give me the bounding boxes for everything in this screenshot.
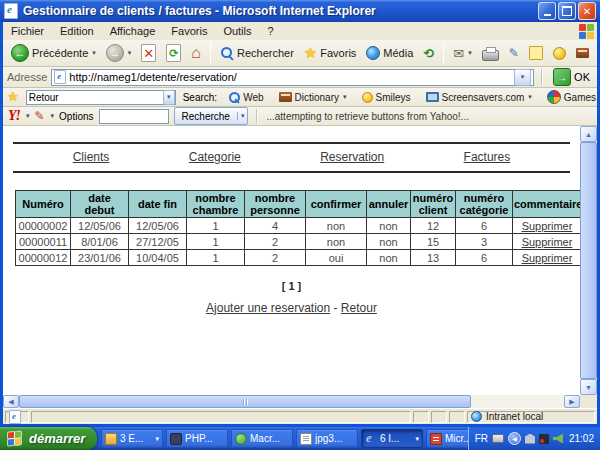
maximize-button[interactable] bbox=[558, 2, 576, 20]
menu-item[interactable]: ? bbox=[260, 23, 282, 39]
taskbar-button-icon bbox=[170, 433, 182, 445]
address-dropdown-button[interactable]: ▾ bbox=[514, 69, 531, 86]
add-reservation-link[interactable]: Ajouter une reservation bbox=[206, 301, 330, 315]
msn-messenger-button[interactable] bbox=[595, 46, 600, 61]
yahoo-toolbar: Y! ▾ ✎ ▾ Options Recherche ▾ ...attempti… bbox=[3, 107, 597, 126]
cell: 1 bbox=[187, 218, 245, 234]
taskbar-button[interactable]: Macr... ▾ bbox=[231, 429, 293, 448]
taskbar-button[interactable]: 6 I... ▾ bbox=[361, 429, 423, 448]
delete-link[interactable]: Supprimer bbox=[522, 236, 573, 248]
status-pane bbox=[449, 411, 465, 423]
media-button[interactable]: Média bbox=[362, 45, 417, 61]
back-dropdown-icon[interactable]: ▾ bbox=[92, 49, 96, 57]
network-tray-icon[interactable] bbox=[525, 434, 535, 444]
yahoo-options-label[interactable]: Options bbox=[59, 111, 93, 122]
taskbar-button[interactable]: jpg3... ▾ bbox=[296, 429, 358, 448]
horizontal-scroll-thumb[interactable] bbox=[19, 395, 471, 408]
research-button[interactable] bbox=[572, 47, 593, 59]
dictionary-dropdown-icon[interactable]: ▾ bbox=[343, 93, 347, 101]
scrollbar-corner bbox=[580, 395, 597, 408]
scroll-left-button[interactable]: ◀ bbox=[3, 395, 19, 408]
nav-link[interactable]: Reservation bbox=[320, 150, 384, 164]
stop-button[interactable]: ✕ bbox=[137, 43, 160, 63]
start-windows-logo-icon bbox=[8, 432, 21, 446]
go-arrow-icon: → bbox=[553, 68, 571, 86]
games-button[interactable]: Games bbox=[543, 89, 600, 105]
cell: 27/12/05 bbox=[129, 234, 187, 250]
back-link[interactable]: Retour bbox=[341, 301, 377, 315]
print-button[interactable] bbox=[478, 45, 503, 62]
menu-item[interactable]: Fichier bbox=[3, 23, 52, 39]
taskbar-button[interactable]: 3 E... ▾ bbox=[101, 429, 163, 448]
edit-button[interactable]: ✎ bbox=[505, 45, 523, 61]
vertical-scrollbar[interactable]: ▲ ▼ bbox=[580, 126, 597, 395]
horizontal-scrollbar[interactable]: ◀ ▶ bbox=[3, 395, 580, 408]
yahoo-search-button[interactable]: Recherche ▾ bbox=[174, 107, 249, 125]
screensavers-button[interactable]: Screensavers.com ▾ bbox=[422, 91, 536, 104]
hide-tray-icons-button[interactable]: ◀ bbox=[508, 432, 521, 445]
smileys-button[interactable]: Smileys bbox=[358, 91, 415, 104]
discuss-button[interactable] bbox=[525, 45, 547, 61]
yahoo-logo[interactable]: Y! bbox=[8, 108, 20, 124]
browser-window: Gestionnaire de clients / factures - Mic… bbox=[0, 0, 600, 427]
mail-button[interactable]: ✉ ▾ bbox=[449, 45, 475, 62]
nav-link[interactable]: Factures bbox=[464, 150, 511, 164]
screensavers-dropdown-icon[interactable]: ▾ bbox=[528, 93, 532, 101]
refresh-button[interactable]: ⟳ bbox=[162, 43, 185, 63]
taskbar-button-icon bbox=[430, 433, 442, 445]
vertical-scroll-thumb[interactable] bbox=[580, 142, 597, 379]
back-button[interactable]: ← Précédente ▾ bbox=[7, 43, 100, 63]
cell: non bbox=[306, 234, 367, 250]
history-button[interactable]: ⟲ bbox=[419, 45, 438, 62]
yahoo-pencil-dropdown-icon[interactable]: ▾ bbox=[51, 112, 55, 120]
browser-viewport: ClientsCategorieReservationFactures Numé… bbox=[3, 126, 597, 408]
web-search-button[interactable]: Web bbox=[224, 90, 267, 104]
messenger-button[interactable] bbox=[549, 46, 570, 61]
close-button[interactable]: ✕ bbox=[578, 2, 596, 20]
delete-link[interactable]: Supprimer bbox=[522, 252, 573, 264]
games-icon bbox=[547, 90, 561, 104]
search-toolbar: ★ ▾ Search: Web Dictionary ▾ Smileys S bbox=[3, 88, 597, 107]
forward-dropdown-icon[interactable]: ▾ bbox=[128, 49, 132, 57]
yahoo-search-input[interactable] bbox=[100, 110, 168, 123]
menu-item[interactable]: Edition bbox=[52, 23, 102, 39]
group-dropdown-icon[interactable]: ▾ bbox=[415, 435, 419, 443]
search-combo-input[interactable] bbox=[27, 92, 163, 103]
minimize-button[interactable] bbox=[538, 2, 556, 20]
delete-link[interactable]: Supprimer bbox=[522, 220, 573, 232]
taskbar-button[interactable]: PHP... ▾ bbox=[166, 429, 228, 448]
mail-dropdown-icon[interactable]: ▾ bbox=[468, 49, 472, 57]
cell: 00000012 bbox=[16, 250, 71, 266]
bottom-links: Ajouter une reservation - Retour bbox=[3, 301, 580, 315]
keyboard-icon[interactable] bbox=[492, 434, 504, 443]
cell: non bbox=[306, 218, 367, 234]
search-label: Search: bbox=[183, 92, 217, 103]
yahoo-search-dropdown-icon[interactable]: ▾ bbox=[237, 112, 248, 120]
menu-item[interactable]: Affichage bbox=[102, 23, 164, 39]
alert-tray-icon[interactable] bbox=[539, 434, 549, 444]
taskbar-button[interactable]: Micr... ▾ bbox=[426, 429, 468, 448]
menu-item[interactable]: Favoris bbox=[163, 23, 215, 39]
dictionary-button[interactable]: Dictionary ▾ bbox=[275, 91, 351, 104]
home-button[interactable]: ⌂ bbox=[187, 45, 205, 61]
search-combo-dropdown[interactable]: ▾ bbox=[163, 90, 175, 105]
scroll-down-button[interactable]: ▼ bbox=[580, 379, 597, 395]
group-dropdown-icon[interactable]: ▾ bbox=[155, 435, 159, 443]
nav-link[interactable]: Clients bbox=[73, 150, 110, 164]
nav-link[interactable]: Categorie bbox=[189, 150, 241, 164]
language-indicator[interactable]: FR bbox=[475, 433, 488, 444]
cell: 23/01/06 bbox=[71, 250, 129, 266]
address-input[interactable] bbox=[69, 71, 511, 83]
forward-button[interactable]: → ▾ bbox=[102, 43, 136, 63]
start-button[interactable]: démarrer bbox=[0, 427, 97, 450]
menu-item[interactable]: Outils bbox=[215, 23, 259, 39]
yahoo-pencil-icon[interactable]: ✎ bbox=[35, 109, 45, 123]
menu-bar: FichierEditionAffichageFavorisOutils? bbox=[3, 22, 597, 41]
yahoo-logo-dropdown-icon[interactable]: ▾ bbox=[26, 112, 30, 120]
scroll-up-button[interactable]: ▲ bbox=[580, 126, 597, 142]
favorites-button[interactable]: ★ Favoris bbox=[300, 45, 361, 61]
go-button[interactable]: → OK bbox=[550, 68, 593, 86]
scroll-right-button[interactable]: ▶ bbox=[564, 395, 580, 408]
volume-tray-icon[interactable] bbox=[553, 434, 563, 444]
search-button[interactable]: Rechercher bbox=[216, 45, 298, 61]
